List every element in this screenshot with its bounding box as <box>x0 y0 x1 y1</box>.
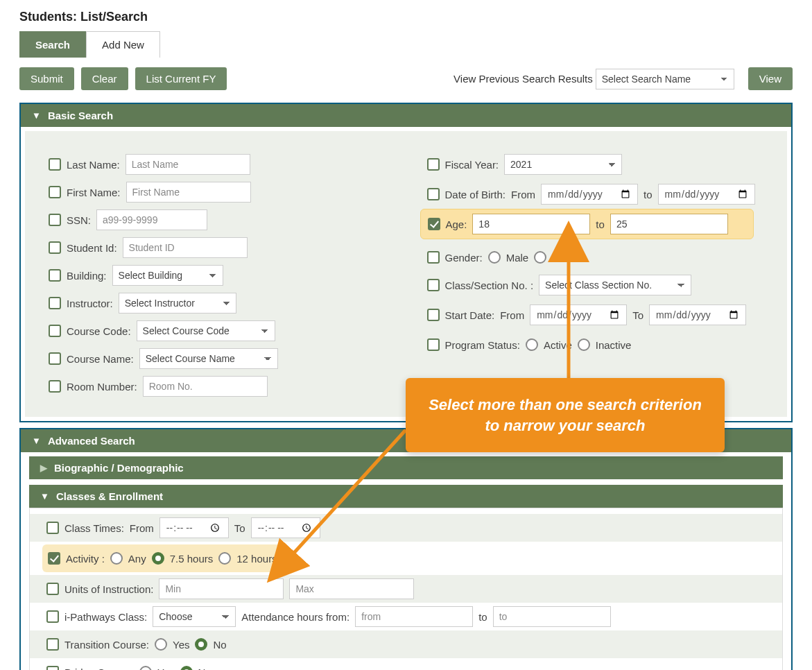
select-search-name[interactable]: Select Search Name <box>596 69 734 89</box>
course-name-select[interactable]: Select Course Name <box>139 348 278 369</box>
bio-demo-header[interactable]: ▶ Biographic / Demographic <box>29 456 783 479</box>
ssn-label: SSN: <box>67 214 91 226</box>
course-code-checkbox[interactable] <box>49 325 61 337</box>
course-code-select[interactable]: Select Course Code <box>137 320 275 341</box>
chevron-down-icon: ▼ <box>32 110 41 121</box>
age-to-input[interactable] <box>610 214 728 234</box>
transition-no-radio[interactable] <box>195 638 207 651</box>
program-status-label: Program Status: <box>445 339 520 351</box>
class-section-select[interactable]: Select Class Section No. <box>539 275 691 295</box>
dob-checkbox[interactable] <box>427 188 440 200</box>
program-status-active-radio[interactable] <box>526 338 538 351</box>
start-date-checkbox[interactable] <box>427 309 440 321</box>
building-select[interactable]: Select Building <box>112 265 223 286</box>
transition-yes-radio[interactable] <box>155 638 167 651</box>
ipathways-select[interactable]: Choose <box>153 606 236 627</box>
room-number-input[interactable] <box>143 376 268 397</box>
ssn-checkbox[interactable] <box>49 214 61 226</box>
class-section-checkbox[interactable] <box>427 279 440 291</box>
activity-any-radio[interactable] <box>110 552 123 565</box>
class-times-from-input[interactable] <box>159 517 229 538</box>
first-name-checkbox[interactable] <box>49 186 61 198</box>
activity-75-radio[interactable] <box>152 552 164 565</box>
age-label: Age: <box>446 218 467 230</box>
program-status-inactive-radio[interactable] <box>578 338 590 351</box>
units-min-input[interactable] <box>159 578 284 599</box>
units-checkbox[interactable] <box>46 583 59 595</box>
bridge-checkbox[interactable] <box>46 666 59 670</box>
tab-search[interactable]: Search <box>19 31 86 58</box>
room-number-checkbox[interactable] <box>49 380 61 393</box>
view-button[interactable]: View <box>748 67 793 90</box>
att-to-label: to <box>478 611 487 623</box>
course-name-checkbox[interactable] <box>49 352 61 365</box>
fiscal-year-checkbox[interactable] <box>427 158 440 171</box>
classes-enrollment-header[interactable]: ▼ Classes & Enrollment <box>29 485 783 508</box>
instructor-checkbox[interactable] <box>49 297 61 309</box>
transition-checkbox[interactable] <box>46 638 59 651</box>
tab-add-new[interactable]: Add New <box>86 31 160 58</box>
bridge-yes-label: Yes <box>157 667 174 671</box>
att-from-label: Attendance hours from: <box>241 611 349 623</box>
clear-button[interactable]: Clear <box>81 67 128 90</box>
last-name-input[interactable] <box>126 154 250 175</box>
last-name-label: Last Name: <box>67 159 120 171</box>
transition-yes-label: Yes <box>173 639 189 651</box>
chevron-right-icon: ▶ <box>40 463 47 473</box>
student-id-checkbox[interactable] <box>49 241 61 254</box>
ipathways-label: i-Pathways Class: <box>64 611 147 623</box>
att-from-input[interactable] <box>355 606 473 627</box>
program-status-active-label: Active <box>544 339 572 351</box>
units-max-input[interactable] <box>289 578 414 599</box>
att-to-input[interactable] <box>493 606 611 627</box>
class-times-checkbox[interactable] <box>46 522 59 534</box>
start-date-from-input[interactable] <box>530 304 627 325</box>
bridge-yes-radio[interactable] <box>139 666 152 670</box>
bridge-no-radio[interactable] <box>180 666 193 670</box>
main-tabs: Search Add New <box>19 31 793 58</box>
activity-checkbox[interactable] <box>48 552 60 565</box>
age-from-input[interactable] <box>472 214 590 234</box>
advanced-search-title: Advanced Search <box>48 435 135 447</box>
age-checkbox[interactable] <box>428 218 440 230</box>
classes-enrollment-body: Class Times: From To Activity : Any 7.5 … <box>29 508 783 670</box>
ssn-input[interactable] <box>96 209 207 230</box>
first-name-input[interactable] <box>126 182 251 203</box>
first-name-label: First Name: <box>67 187 121 198</box>
fiscal-year-select[interactable]: 2021 <box>504 154 622 175</box>
classes-enrollment-title: Classes & Enrollment <box>56 490 163 502</box>
program-status-checkbox[interactable] <box>427 338 440 351</box>
activity-12-radio[interactable] <box>218 552 231 565</box>
page-title: Students: List/Search <box>19 10 793 24</box>
bio-demo-title: Biographic / Demographic <box>54 462 184 474</box>
gender-male-label: Male <box>506 252 529 264</box>
student-id-label: Student Id: <box>67 242 117 254</box>
instructor-select[interactable]: Select Instructor <box>119 293 236 313</box>
gender-male-radio[interactable] <box>488 251 501 264</box>
list-current-fy-button[interactable]: List Current FY <box>135 67 227 90</box>
student-id-input[interactable] <box>123 237 248 258</box>
gender-label: Gender: <box>445 252 483 264</box>
age-row-highlight: Age: to <box>420 209 754 239</box>
dob-from-label: From <box>511 189 535 200</box>
basic-search-header[interactable]: ▼ Basic Search <box>21 104 791 127</box>
building-checkbox[interactable] <box>49 269 61 282</box>
activity-75-label: 7.5 hours <box>170 553 214 565</box>
gender-female-radio[interactable] <box>534 251 546 264</box>
dob-label: Date of Birth: <box>445 189 506 200</box>
dob-from-input[interactable] <box>541 184 638 205</box>
dob-to-label: to <box>643 189 653 200</box>
class-times-to-input[interactable] <box>251 517 320 538</box>
dob-to-input[interactable] <box>658 184 755 205</box>
age-to-label: to <box>596 218 605 230</box>
activity-12-label: 12 hours <box>236 553 277 565</box>
instructor-label: Instructor: <box>67 298 113 309</box>
ipathways-checkbox[interactable] <box>46 610 59 623</box>
activity-any-label: Any <box>128 553 146 565</box>
gender-checkbox[interactable] <box>427 251 440 264</box>
advanced-search-panel: ▼ Advanced Search ▶ Biographic / Demogra… <box>19 428 793 670</box>
submit-button[interactable]: Submit <box>19 67 74 90</box>
last-name-checkbox[interactable] <box>49 158 61 171</box>
start-date-to-input[interactable] <box>649 304 746 325</box>
building-label: Building: <box>67 270 107 282</box>
